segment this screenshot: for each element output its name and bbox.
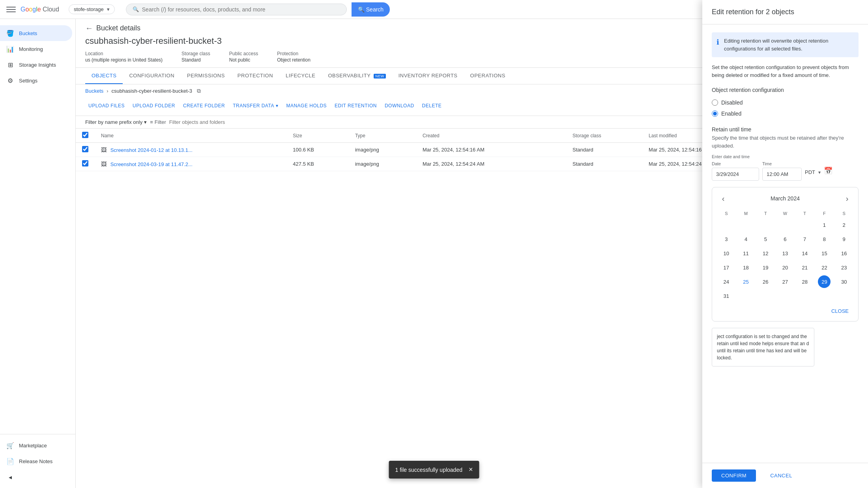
hamburger-menu[interactable] [6, 5, 16, 14]
back-button[interactable]: ← [85, 24, 93, 33]
calendar-close-button[interactable]: CLOSE [827, 306, 853, 316]
info-box: ℹ Editing retention will overwrite objec… [712, 32, 859, 57]
select-all-checkbox[interactable] [82, 132, 88, 138]
storage-class-label: Storage class [181, 51, 210, 56]
tab-lifecycle[interactable]: LIFECYCLE [279, 68, 322, 84]
cal-day-27[interactable]: 27 [779, 275, 791, 288]
config-title: Object retention configuration [712, 87, 859, 93]
manage-holds-button[interactable]: MANAGE HOLDS [283, 101, 330, 111]
calendar-prev-button[interactable]: ‹ [717, 192, 730, 205]
tab-observability[interactable]: OBSERVABILITY NEW [322, 68, 392, 84]
global-search[interactable]: 🔍 [126, 4, 347, 15]
transfer-data-button[interactable]: TRANSFER DATA ▾ [230, 101, 281, 111]
cal-day-29[interactable]: 29 [818, 275, 831, 288]
cal-day-7[interactable]: 7 [799, 233, 811, 245]
calendar-next-button[interactable]: › [841, 192, 853, 205]
cal-day-5[interactable]: 5 [759, 233, 772, 245]
breadcrumb-buckets[interactable]: Buckets [85, 88, 103, 94]
storage-insights-icon: ⊞ [6, 61, 14, 69]
tab-permissions[interactable]: PERMISSIONS [181, 68, 231, 84]
cal-day-12[interactable]: 12 [759, 247, 772, 260]
cal-day-26[interactable]: 26 [759, 275, 772, 288]
copy-bucket-name-icon[interactable]: ⧉ [197, 88, 201, 94]
row-2-checkbox[interactable] [82, 160, 88, 166]
cal-day-13[interactable]: 13 [779, 247, 791, 260]
project-selector[interactable]: stofe-storage ▾ [69, 4, 115, 14]
cal-day-empty [740, 290, 752, 302]
cal-day-15[interactable]: 15 [818, 247, 831, 260]
cal-day-22[interactable]: 22 [818, 261, 831, 274]
cal-day-17[interactable]: 17 [720, 261, 733, 274]
cal-day-18[interactable]: 18 [740, 261, 752, 274]
row-1-storage-class: Standard [566, 143, 642, 157]
enabled-radio[interactable]: Enabled [712, 110, 859, 117]
sidebar-item-monitoring[interactable]: 📊 Monitoring [0, 41, 72, 57]
edit-retention-button[interactable]: EDIT RETENTION [331, 101, 380, 111]
cal-day-9[interactable]: 9 [838, 233, 850, 245]
cal-day-6[interactable]: 6 [779, 233, 791, 245]
search-input[interactable] [142, 6, 340, 13]
row-1-checkbox[interactable] [82, 146, 88, 152]
cal-day-21[interactable]: 21 [799, 261, 811, 274]
cal-day-1[interactable]: 1 [818, 219, 831, 231]
cal-day-16[interactable]: 16 [838, 247, 850, 260]
date-input[interactable] [712, 168, 759, 181]
page-title: Bucket details [96, 24, 140, 32]
row-1-file-link[interactable]: Screenshot 2024-01-12 at 10.13.1... [110, 147, 193, 153]
cal-day-11[interactable]: 11 [740, 247, 752, 260]
cal-day-2[interactable]: 2 [838, 219, 850, 231]
filter-input[interactable] [169, 119, 248, 125]
day-header-mon: M [737, 209, 756, 217]
cal-day-14[interactable]: 14 [799, 247, 811, 260]
cal-day-10[interactable]: 10 [720, 247, 733, 260]
file-icon: 🖼 [101, 161, 107, 167]
tab-objects[interactable]: OBJECTS [85, 68, 123, 84]
sidebar-item-buckets[interactable]: 🪣 Buckets [0, 25, 72, 41]
search-button[interactable]: 🔍 Search [352, 2, 390, 17]
cal-day-8[interactable]: 8 [818, 233, 831, 245]
row-2-file-link[interactable]: Screenshot 2024-03-19 at 11.47.2... [110, 161, 193, 167]
calendar-icon-button[interactable]: 📅 [824, 166, 832, 175]
retention-radio-group: Disabled Enabled [712, 99, 859, 117]
delete-button[interactable]: DELETE [419, 101, 445, 111]
disabled-radio[interactable]: Disabled [712, 99, 859, 106]
tab-configuration[interactable]: CONFIGURATION [123, 68, 181, 84]
collapse-icon: ◂ [6, 473, 14, 481]
time-input[interactable] [762, 168, 802, 181]
filter-button[interactable]: ≡ Filter [150, 119, 166, 125]
sidebar-item-release-notes[interactable]: 📄 Release Notes [0, 453, 72, 469]
cal-day-20[interactable]: 20 [779, 261, 791, 274]
row-2-type: image/png [349, 157, 416, 171]
upload-files-button[interactable]: UPLOAD FILES [85, 101, 128, 111]
cal-day-24[interactable]: 24 [720, 275, 733, 288]
cal-day-empty [838, 290, 850, 302]
tab-protection[interactable]: PROTECTION [231, 68, 279, 84]
row-2-size: 427.5 KB [286, 157, 349, 171]
sidebar-item-settings[interactable]: ⚙ Settings [0, 73, 72, 88]
cal-day-31[interactable]: 31 [720, 290, 733, 302]
row-2-created: Mar 25, 2024, 12:54:24 AM [416, 157, 554, 171]
cal-day-23[interactable]: 23 [838, 261, 850, 274]
sidebar-item-marketplace[interactable]: 🛒 Marketplace [0, 438, 72, 453]
cal-day-30[interactable]: 30 [838, 275, 850, 288]
create-folder-button[interactable]: CREATE FOLDER [180, 101, 228, 111]
breadcrumb-sep: › [107, 88, 108, 94]
cal-day-28[interactable]: 28 [799, 275, 811, 288]
cal-day-4[interactable]: 4 [740, 233, 752, 245]
row-1-created: Mar 25, 2024, 12:54:16 AM [416, 143, 554, 157]
sidebar-collapse[interactable]: ◂ [0, 469, 72, 485]
cal-day-19[interactable]: 19 [759, 261, 772, 274]
sidebar-item-storage-insights[interactable]: ⊞ Storage Insights [0, 57, 72, 73]
google-cloud-logo: Google Cloud [21, 6, 59, 13]
confirm-button[interactable]: CONFIRM [712, 469, 756, 482]
location-label: Location [85, 51, 163, 56]
cal-day-3[interactable]: 3 [720, 233, 733, 245]
upload-folder-button[interactable]: UPLOAD FOLDER [129, 101, 178, 111]
tab-operations[interactable]: OPERATIONS [464, 68, 512, 84]
download-button[interactable]: DOWNLOAD [382, 101, 417, 111]
cancel-button[interactable]: CANCEL [761, 469, 802, 482]
filter-name-dropdown[interactable]: Filter by name prefix only ▾ [85, 119, 147, 125]
toast-close-button[interactable]: × [469, 466, 473, 474]
cal-day-25[interactable]: 25 [740, 275, 752, 288]
tab-inventory-reports[interactable]: INVENTORY REPORTS [392, 68, 464, 84]
